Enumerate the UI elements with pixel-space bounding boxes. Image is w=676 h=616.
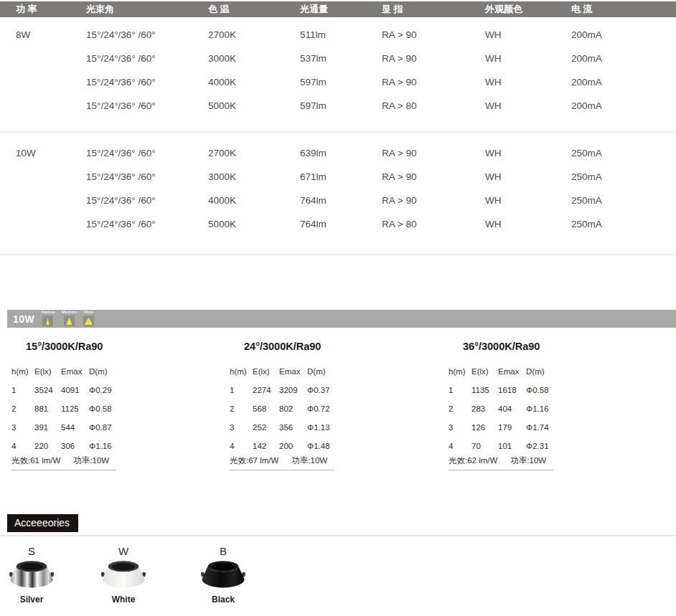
photometric-cell-emax: 179 — [498, 418, 526, 437]
photometric-table-title: 15°/3000K/Ra90 — [26, 336, 137, 352]
spec-cell-current: 250mA — [571, 189, 676, 212]
photometric-cell-illuminance: 391 — [34, 418, 61, 437]
spec-col-header: 显 指 — [382, 1, 485, 17]
photometric-cell-illuminance: 283 — [471, 399, 498, 418]
spec-cell-current: 250mA — [571, 165, 676, 189]
photometric-table: 36°/3000K/Ra90h(m)E(lx)EmaxD(m)111351618… — [449, 336, 574, 470]
photometric-cell-diameter: Φ0.58 — [89, 399, 131, 418]
spec-cell-beam-angle: 15°/24°/36° /60° — [86, 47, 208, 70]
spec-cell-appearance-color: WH — [485, 47, 571, 70]
photometric-cell-emax: 1618 — [498, 381, 526, 399]
photometric-cell-illuminance: 70 — [471, 437, 498, 455]
photometric-cell-emax: 306 — [61, 437, 89, 455]
spec-cell-cri: RA > 90 — [382, 165, 485, 189]
photometric-cell-diameter: Φ2.31 — [526, 437, 568, 455]
spec-cell-current: 250mA — [571, 141, 676, 165]
spec-cell-current: 200mA — [571, 94, 676, 118]
photometric-col-header: D(m) — [307, 362, 349, 381]
power-value: 功率:10W — [73, 455, 109, 465]
spec-cell-power — [16, 47, 86, 70]
spec-cell-current: 200mA — [571, 23, 676, 47]
spec-row: 15°/24°/36° /60°3000K537lmRA > 90WH200mA — [0, 47, 676, 70]
accessory-item-white: WWhite — [98, 545, 149, 605]
spec-cell-cct: 4000K — [208, 70, 300, 94]
spec-row: 10W15°/24°/36° /60°2700K639lmRA > 90WH25… — [0, 141, 676, 165]
spec-cell-beam-angle: 15°/24°/36° /60° — [86, 70, 208, 94]
photometric-cell-illuminance: 3524 — [34, 381, 61, 399]
spec-row: 15°/24°/36° /60°5000K597lmRA > 80WH200mA — [0, 94, 676, 118]
photometric-cell-illuminance: 1135 — [471, 381, 498, 399]
photometric-table: 24°/3000K/Ra90h(m)E(lx)EmaxD(m)122743209… — [230, 336, 355, 470]
power-value: 功率:10W — [291, 455, 327, 465]
photometric-tables: 15°/3000K/Ra90h(m)E(lx)EmaxD(m)135244091… — [0, 336, 676, 473]
spec-cell-beam-angle: 15°/24°/36° /60° — [86, 94, 208, 118]
trim-ring-black-icon — [197, 559, 249, 593]
accessory-code: W — [98, 545, 149, 558]
photometric-cell-illuminance: 2274 — [253, 381, 279, 399]
photometric-cell-height: 4 — [230, 437, 253, 455]
photometric-table-title: 36°/3000K/Ra90 — [463, 336, 574, 352]
product-spec-sheet: 功 率光束角色 温光通量显 指外观颜色电 流 8W15°/24°/36° /60… — [0, 1, 676, 616]
spec-cell-appearance-color: WH — [485, 70, 571, 94]
photometric-cell-diameter: Φ0.29 — [89, 381, 131, 399]
photometric-col-header: h(m) — [449, 362, 471, 381]
beam-narrow-icon: Narrow — [41, 310, 55, 328]
spec-cell-flux: 597lm — [300, 94, 382, 118]
photometric-cell-height: 4 — [449, 437, 471, 455]
photometric-col-header: E(lx) — [253, 362, 279, 381]
spec-cell-beam-angle: 15°/24°/36° /60° — [86, 212, 208, 236]
spec-cell-appearance-color: WH — [485, 165, 571, 189]
photometric-cell-height: 3 — [230, 418, 253, 437]
spec-cell-cct: 3000K — [208, 47, 300, 70]
photometric-cell-illuminance: 252 — [253, 418, 279, 437]
photometric-cell-height: 2 — [449, 399, 471, 418]
photometric-cell-diameter: Φ1.13 — [307, 418, 349, 437]
spec-cell-cct: 3000K — [208, 165, 300, 189]
spec-cell-flux: 639lm — [300, 141, 382, 165]
photometric-cell-diameter: Φ0.72 — [307, 399, 349, 418]
accessory-item-black: BBlack — [197, 545, 249, 605]
accessory-item-silver: SSilver — [6, 545, 57, 605]
photometric-grid: h(m)E(lx)EmaxD(m)111351618Φ0.582283404Φ1… — [449, 362, 574, 455]
photometric-cell-emax: 356 — [279, 418, 307, 437]
spec-col-header: 光通量 — [300, 1, 382, 17]
photometric-cell-height: 1 — [11, 381, 34, 399]
spec-cell-flux: 511lm — [300, 23, 382, 47]
spec-cell-beam-angle: 15°/24°/36° /60° — [86, 189, 208, 212]
spec-col-header: 光束角 — [86, 1, 208, 17]
photometric-col-header: E(lx) — [471, 362, 498, 381]
photometric-cell-diameter: Φ0.37 — [307, 381, 349, 399]
spec-cell-beam-angle: 15°/24°/36° /60° — [86, 141, 208, 165]
photometric-cell-illuminance: 881 — [34, 399, 61, 418]
spec-cell-current: 200mA — [571, 70, 676, 94]
photometric-cell-diameter: Φ1.48 — [307, 437, 349, 455]
spec-cell-current: 250mA — [571, 212, 676, 236]
spec-cell-power — [16, 94, 86, 118]
photometric-table-title: 24°/3000K/Ra90 — [244, 336, 355, 352]
photometric-cell-emax: 200 — [279, 437, 307, 455]
spec-cell-cct: 4000K — [208, 189, 300, 212]
banner-power-label: 10W — [13, 313, 34, 325]
accessory-label: Silver — [6, 594, 57, 605]
efficacy-value: 光效:67 lm/W — [230, 455, 278, 465]
accessories-title: Acceeeories — [7, 514, 78, 532]
power-value: 功率:10W — [510, 455, 546, 465]
spec-col-header: 电 流 — [571, 1, 676, 17]
spec-cell-flux: 764lm — [300, 189, 382, 212]
photometric-cell-height: 2 — [11, 399, 34, 418]
spec-row: 15°/24°/36° /60°4000K764lmRA > 90WH250mA — [0, 189, 676, 212]
beam-wide-glyph — [83, 316, 94, 326]
spec-cell-cri: RA > 90 — [382, 189, 485, 212]
photometric-cell-emax: 802 — [279, 399, 307, 418]
spec-cell-flux: 764lm — [300, 212, 382, 236]
accessory-code: S — [6, 545, 57, 558]
photometric-cell-illuminance: 126 — [471, 418, 498, 437]
photometric-col-header: Emax — [279, 362, 307, 381]
photometric-cell-emax: 101 — [498, 437, 526, 455]
spec-cell-appearance-color: WH — [485, 212, 571, 236]
spec-table: 功 率光束角色 温光通量显 指外观颜色电 流 8W15°/24°/36° /60… — [0, 1, 676, 255]
spec-cell-cri: RA > 80 — [382, 212, 485, 236]
spec-cell-cri: RA > 90 — [382, 70, 485, 94]
photometric-cell-height: 3 — [11, 418, 34, 437]
beam-label: Narrow — [41, 310, 55, 315]
